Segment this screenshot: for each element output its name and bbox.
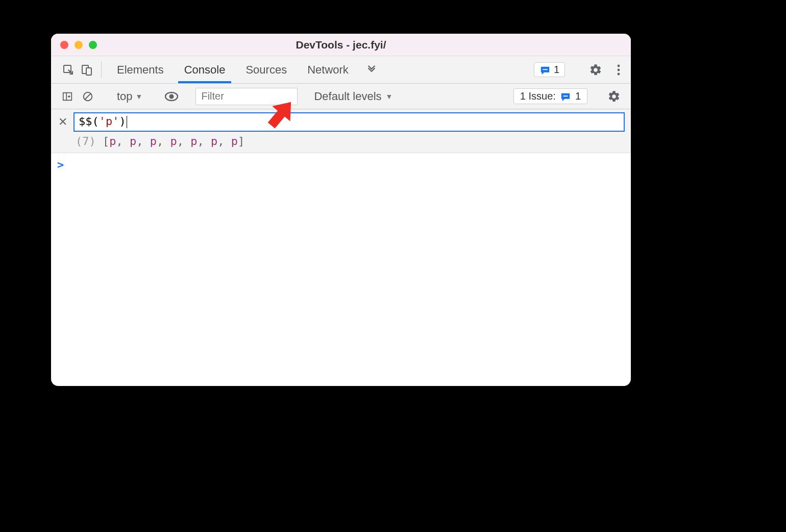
zoom-window-button[interactable] — [89, 41, 97, 49]
log-levels-select[interactable]: Default levels ▼ — [307, 90, 400, 103]
comma: , — [217, 135, 231, 148]
close-window-button[interactable] — [60, 41, 68, 49]
more-tabs-icon[interactable] — [359, 56, 384, 83]
result-elem: p — [130, 135, 136, 148]
svg-line-10 — [85, 93, 91, 99]
levels-label: Default levels — [314, 90, 381, 103]
minimize-window-button[interactable] — [75, 41, 83, 49]
close-icon[interactable]: ✕ — [57, 115, 68, 129]
svg-rect-3 — [543, 69, 547, 70]
svg-rect-13 — [563, 95, 568, 96]
svg-point-12 — [169, 94, 174, 99]
issues-count: 1 — [575, 90, 581, 102]
console-eager-eval-area: ✕ $$('p') (7) [p, p, p, p, p, p, p] — [51, 109, 631, 153]
svg-point-4 — [618, 64, 620, 67]
toolbar-right: 1 — [534, 56, 626, 83]
panel-tabs: Elements Console Sources Network — [107, 56, 359, 83]
console-settings-icon[interactable] — [602, 90, 626, 103]
code-fn: $$ — [79, 115, 92, 128]
execution-context-select[interactable]: top ▼ — [112, 90, 148, 103]
window-title: DevTools - jec.fyi/ — [51, 39, 631, 51]
main-toolbar: Elements Console Sources Network 1 — [51, 56, 631, 84]
code-paren: ) — [119, 115, 126, 128]
tab-elements[interactable]: Elements — [107, 56, 174, 83]
chevron-down-icon: ▼ — [136, 92, 143, 101]
svg-point-6 — [618, 72, 620, 75]
more-options-icon[interactable] — [611, 64, 626, 76]
comma: , — [116, 135, 130, 148]
comma: , — [198, 135, 211, 148]
svg-rect-2 — [86, 68, 91, 75]
console-prompt-area[interactable]: > — [51, 153, 631, 176]
feedback-badge[interactable]: 1 — [534, 62, 565, 77]
result-elem: p — [231, 135, 238, 148]
tab-network[interactable]: Network — [297, 56, 359, 83]
comma: , — [157, 135, 170, 148]
feedback-icon — [560, 92, 571, 101]
chevron-down-icon: ▼ — [386, 92, 393, 101]
result-elem: p — [211, 135, 217, 148]
comma: , — [136, 135, 150, 148]
filter-input[interactable] — [195, 88, 298, 105]
inspect-element-icon[interactable] — [59, 56, 78, 83]
bracket-open: [ — [103, 135, 109, 148]
tab-sources[interactable]: Sources — [235, 56, 297, 83]
separator — [101, 61, 102, 78]
result-elem: p — [109, 135, 116, 148]
result-count: (7) — [76, 135, 96, 148]
code-string: 'p' — [99, 115, 119, 128]
traffic-lights — [51, 41, 97, 49]
devtools-window: DevTools - jec.fyi/ Elements Console Sou… — [51, 34, 631, 386]
code-paren: ( — [92, 115, 99, 128]
console-eager-result: (7) [p, p, p, p, p, p, p] — [57, 132, 625, 149]
result-elem: p — [150, 135, 157, 148]
result-elem: p — [190, 135, 197, 148]
comma: , — [177, 135, 191, 148]
clear-console-icon[interactable] — [79, 87, 97, 106]
prompt-chevron-icon: > — [57, 158, 64, 171]
feedback-count: 1 — [554, 64, 559, 76]
tab-console[interactable]: Console — [174, 56, 236, 83]
device-toolbar-icon[interactable] — [78, 56, 96, 83]
text-cursor — [127, 116, 127, 128]
settings-icon[interactable] — [584, 63, 607, 77]
bracket-close: ] — [238, 135, 244, 148]
context-label: top — [117, 90, 133, 103]
issues-badge[interactable]: 1 Issue: 1 — [513, 88, 587, 104]
feedback-icon — [539, 65, 551, 75]
console-toolbar: top ▼ Default levels ▼ 1 Issue: 1 — [51, 84, 631, 109]
live-expression-icon[interactable] — [162, 87, 181, 106]
issues-label: 1 Issue: — [520, 90, 556, 102]
console-input-row: ✕ $$('p') — [57, 112, 625, 132]
result-elem: p — [170, 135, 177, 148]
titlebar: DevTools - jec.fyi/ — [51, 34, 631, 56]
show-console-sidebar-icon[interactable] — [58, 87, 77, 106]
svg-point-5 — [618, 68, 620, 71]
console-code-input[interactable]: $$('p') — [73, 112, 625, 132]
